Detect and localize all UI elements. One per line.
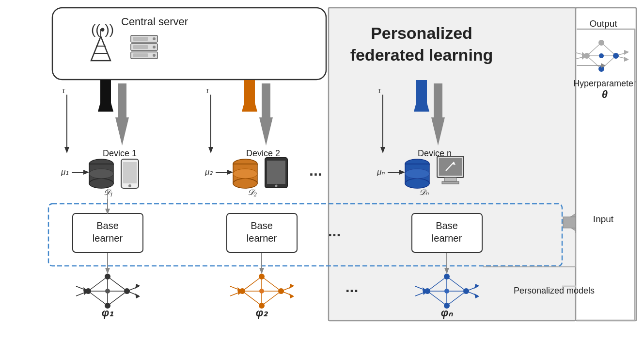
svg-line-123 (427, 291, 447, 306)
svg-point-40 (233, 179, 257, 188)
svg-rect-68 (48, 204, 562, 266)
phi2-label: φ₂ (256, 307, 268, 319)
svg-point-120 (259, 289, 264, 294)
svg-marker-52 (399, 170, 405, 175)
svg-point-96 (105, 274, 110, 279)
svg-rect-46 (244, 80, 255, 112)
svg-line-121 (427, 277, 447, 291)
svg-line-144 (601, 56, 616, 69)
svg-line-128 (415, 286, 426, 291)
svg-rect-48 (262, 83, 270, 117)
svg-marker-109 (237, 287, 242, 292)
svg-line-102 (262, 277, 281, 291)
datasetn-label: 𝒟ₙ (419, 188, 429, 197)
svg-marker-34 (208, 147, 213, 153)
svg-marker-113 (289, 284, 294, 289)
svg-line-142 (601, 43, 616, 56)
svg-point-138 (463, 288, 469, 294)
svg-rect-71 (412, 213, 482, 252)
svg-marker-151 (624, 50, 629, 55)
svg-marker-135 (474, 294, 479, 298)
svg-point-13 (153, 54, 156, 57)
svg-rect-32 (118, 83, 126, 117)
svg-point-136 (444, 274, 450, 279)
device1-label: Device 1 (103, 148, 137, 158)
output-label: Output (589, 18, 617, 29)
svg-point-137 (424, 288, 430, 294)
svg-rect-70 (227, 213, 297, 252)
svg-line-114 (283, 292, 293, 296)
dataset1-label: 𝒟₁ (103, 188, 112, 197)
svg-line-110 (230, 292, 241, 296)
dots-nn: ··· (346, 282, 359, 299)
input-label: Input (593, 214, 614, 224)
theta-label: θ (602, 88, 608, 100)
svg-rect-8 (131, 35, 157, 42)
svg-text:((•)): ((•)) (91, 22, 114, 37)
svg-line-122 (447, 277, 466, 291)
svg-marker-47 (259, 117, 273, 146)
svg-line-130 (415, 292, 426, 296)
svg-point-24 (89, 179, 113, 188)
svg-marker-36 (227, 170, 233, 175)
svg-line-150 (617, 52, 628, 55)
pfl-title: Personalized (371, 24, 472, 42)
svg-line-81 (88, 277, 108, 291)
svg-line-94 (128, 292, 139, 296)
svg-rect-23 (89, 164, 113, 183)
svg-marker-61 (452, 162, 456, 165)
svg-rect-42 (265, 158, 287, 188)
svg-line-92 (128, 286, 139, 291)
svg-marker-149 (582, 55, 587, 60)
svg-marker-20 (83, 170, 89, 175)
svg-line-124 (447, 291, 466, 306)
svg-rect-26 (121, 159, 139, 188)
svg-point-154 (598, 40, 604, 46)
svg-point-25 (89, 169, 113, 179)
svg-marker-79 (444, 268, 449, 274)
svg-line-60 (446, 162, 454, 171)
svg-line-134 (468, 292, 478, 296)
svg-point-157 (598, 66, 604, 72)
svg-point-44 (275, 185, 278, 187)
svg-point-100 (105, 289, 110, 294)
svg-line-104 (262, 291, 281, 306)
svg-marker-89 (83, 287, 88, 292)
svg-rect-65 (416, 80, 427, 112)
svg-point-56 (405, 179, 429, 188)
mu2-label: μ₂ (204, 167, 213, 177)
dots-learners: ··· (328, 226, 341, 244)
svg-marker-93 (135, 284, 140, 289)
svg-marker-29 (98, 83, 113, 112)
svg-line-90 (76, 292, 87, 296)
central-server-title: Central server (121, 16, 188, 28)
phin-label: φₙ (441, 307, 453, 319)
base-learner-n-line2: learner (432, 233, 462, 244)
svg-rect-58 (437, 156, 464, 178)
svg-point-139 (444, 303, 450, 309)
svg-point-98 (124, 288, 130, 294)
svg-marker-73 (105, 209, 110, 214)
dots-devices: ··· (309, 165, 322, 183)
svg-line-141 (587, 43, 601, 56)
svg-point-118 (278, 288, 284, 294)
svg-rect-69 (73, 213, 143, 252)
svg-point-119 (259, 303, 265, 309)
svg-marker-31 (115, 117, 129, 146)
svg-point-21 (89, 159, 113, 169)
base-learner-2-line1: Base (251, 220, 273, 231)
svg-point-41 (233, 169, 257, 179)
svg-marker-166 (601, 63, 606, 68)
svg-rect-27 (123, 162, 137, 183)
svg-line-83 (88, 291, 108, 306)
svg-marker-50 (380, 147, 385, 153)
svg-rect-43 (267, 161, 285, 184)
svg-rect-1 (576, 8, 636, 321)
svg-line-88 (76, 286, 87, 291)
svg-rect-67 (434, 83, 442, 117)
svg-line-143 (587, 56, 601, 69)
base-learner-n-line1: Base (436, 220, 458, 231)
svg-marker-160 (562, 213, 576, 231)
base-learner-2-line2: learner (247, 233, 277, 244)
svg-point-53 (405, 159, 429, 169)
